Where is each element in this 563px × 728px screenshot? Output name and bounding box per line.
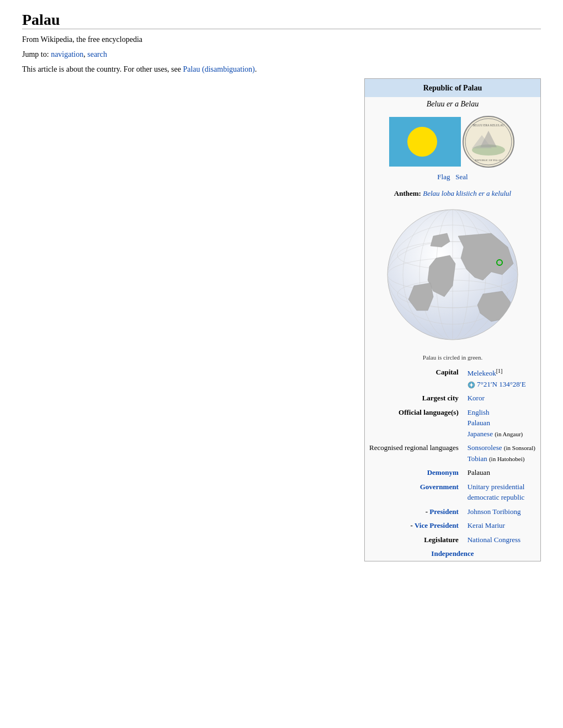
vp-label: - Vice President [365, 518, 463, 533]
english-link[interactable]: English [468, 408, 490, 416]
info-table: Capital Melekeok[1] 7°21′N 134°28′E Larg… [365, 365, 540, 561]
government-label: Government [365, 480, 463, 505]
table-row: Legislature National Congress [365, 533, 540, 547]
flag-seal-labels: Flag Seal [365, 170, 540, 186]
sonsorolese-link[interactable]: Sonsorolese [468, 443, 502, 452]
president-label: - President [365, 505, 463, 519]
legislature-value: National Congress [463, 533, 540, 547]
language-label: Official language(s) [365, 405, 463, 441]
president-link[interactable]: President [429, 507, 458, 516]
capital-link[interactable]: Melekeok [468, 369, 496, 377]
government-value: Unitary presidential democratic republic [463, 480, 540, 505]
vp-link[interactable]: Vice President [415, 521, 459, 529]
coordinates-link[interactable]: 7°21′N 134°28′E [468, 380, 526, 388]
largest-city-label: Largest city [365, 391, 463, 405]
capital-label: Capital [365, 365, 463, 391]
anthem-link[interactable]: Belau loba klisiich er a kelulul [423, 189, 511, 197]
table-row: Official language(s) English Palauan Jap… [365, 405, 540, 441]
search-link[interactable]: search [87, 50, 107, 58]
table-row: Largest city Koror [365, 391, 540, 405]
geo-icon [468, 381, 475, 389]
svg-text:BELUU ERA KELULAU: BELUU ERA KELULAU [472, 124, 504, 127]
government-type-link[interactable]: Unitary presidential democratic republic [468, 483, 525, 502]
svg-text:REPUBLIC OF PALAU: REPUBLIC OF PALAU [475, 159, 502, 162]
infobox-subtitle: Beluu er a Belau [365, 97, 540, 111]
svg-point-1 [407, 127, 437, 157]
regional-lang-label: Recognised regional languages [365, 441, 463, 465]
table-row: Capital Melekeok[1] 7°21′N 134°28′E [365, 365, 540, 391]
capital-value: Melekeok[1] 7°21′N 134°28′E [463, 365, 540, 391]
largest-city-value: Koror [463, 391, 540, 405]
from-wikipedia: From Wikipedia, the free encyclopedia [22, 34, 541, 45]
president-value: Johnson Toribiong [463, 505, 540, 519]
table-row: - Vice President Kerai Mariur [365, 518, 540, 533]
flag-link[interactable]: Flag [437, 173, 450, 181]
table-row: Recognised regional languages Sonsoroles… [365, 441, 540, 465]
legislature-label: Legislature [365, 533, 463, 547]
page-title: Palau [22, 11, 541, 29]
language-value: English Palauan Japanese (in Angaur) [463, 405, 540, 441]
infobox: Republic of Palau Beluu er a Belau BELUU… [364, 78, 541, 561]
disambiguation-link[interactable]: Palau (disambiguation) [183, 65, 254, 73]
article-about: This article is about the country. For o… [22, 63, 541, 75]
flag-seal-row: BELUU ERA KELULAU REPUBLIC OF PALAU [365, 111, 540, 170]
vp-value: Kerai Mariur [463, 518, 540, 533]
table-row: - President Johnson Toribiong [365, 505, 540, 519]
independence-cell: Independence [365, 547, 540, 561]
tobian-link[interactable]: Tobian [468, 454, 487, 463]
table-row: Independence [365, 547, 540, 561]
japanese-link[interactable]: Japanese [468, 430, 493, 438]
koror-link[interactable]: Koror [468, 394, 485, 402]
demonym-value: Palauan [463, 465, 540, 480]
table-row: Demonym Palauan [365, 465, 540, 480]
flag-image [389, 117, 461, 167]
regional-lang-value: Sonsorolese (in Sonsoral) Tobian (in Hat… [463, 441, 540, 465]
globe-caption: Palau is circled in green. [365, 352, 540, 366]
kerai-mariur-link[interactable]: Kerai Mariur [468, 521, 505, 529]
johnson-toribiong-link[interactable]: Johnson Toribiong [468, 507, 521, 516]
demonym-link[interactable]: Demonym [427, 468, 459, 477]
infobox-title: Republic of Palau [365, 79, 540, 97]
jump-to: Jump to: navigation, search [22, 49, 541, 60]
demonym-label: Demonym [365, 465, 463, 480]
government-link[interactable]: Government [420, 483, 459, 491]
independence-link[interactable]: Independence [431, 549, 474, 558]
anthem-row: Anthem: Belau loba klisiich er a kelulul [365, 186, 540, 201]
palauan-link[interactable]: Palauan [468, 419, 490, 427]
national-congress-link[interactable]: National Congress [468, 536, 520, 544]
seal-image: BELUU ERA KELULAU REPUBLIC OF PALAU [461, 114, 516, 169]
seal-link[interactable]: Seal [455, 173, 468, 181]
table-row: Government Unitary presidential democrat… [365, 480, 540, 505]
navigation-link[interactable]: navigation [51, 50, 83, 58]
globe-container [365, 201, 540, 352]
globe-image [381, 203, 524, 346]
